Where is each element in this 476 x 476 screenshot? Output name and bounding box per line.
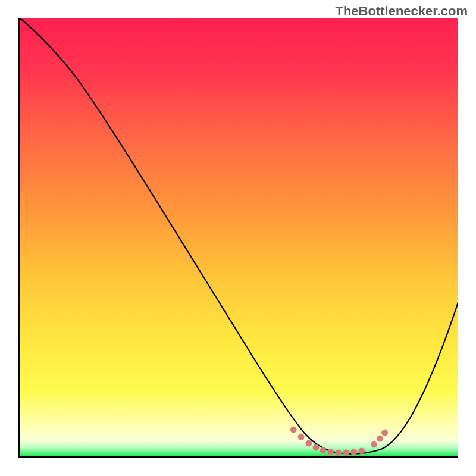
svg-point-11 [371, 441, 377, 447]
svg-point-12 [377, 436, 383, 441]
watermark-text: TheBottlenecker.com [335, 4, 468, 19]
svg-point-7 [336, 450, 342, 456]
svg-point-1 [290, 427, 296, 433]
svg-point-10 [359, 448, 365, 454]
svg-point-3 [306, 440, 312, 446]
bottleneck-curve-line [20, 18, 458, 454]
svg-point-6 [328, 449, 334, 455]
svg-point-5 [320, 447, 326, 453]
svg-point-4 [313, 444, 319, 450]
svg-point-9 [351, 449, 357, 455]
svg-point-13 [382, 430, 388, 436]
curve-overlay [20, 18, 458, 456]
svg-point-8 [343, 450, 349, 456]
chart-plot-area [18, 18, 458, 458]
svg-point-2 [298, 434, 304, 440]
